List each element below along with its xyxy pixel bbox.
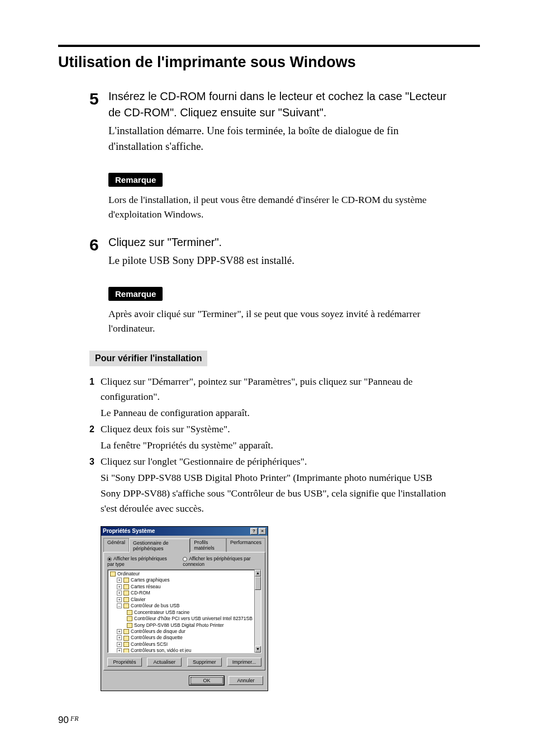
remove-button[interactable]: Supprimer xyxy=(187,658,222,667)
step-number: 6 xyxy=(89,234,108,268)
tree-label: Concentrateur USB racine xyxy=(134,609,189,615)
page-lang: FR xyxy=(70,715,79,722)
refresh-button[interactable]: Actualiser xyxy=(147,658,182,667)
step-body: Cliquez sur "Terminer". Le pilote USB So… xyxy=(108,234,452,268)
tree-node-child[interactable]: Contrôleur d'hôte PCI vers USB universel… xyxy=(110,616,261,622)
tree-label: Sony DPP-SV88 USB Digital Photo Printer xyxy=(134,622,224,628)
scrollbar[interactable]: ▲ ▼ xyxy=(254,570,261,653)
verify-section: Pour vérifier l'installation 1 Cliquez s… xyxy=(89,351,452,691)
expand-icon[interactable]: + xyxy=(117,648,122,653)
tree-node[interactable]: +Cartes réseau xyxy=(110,584,261,590)
tree-label: Contrôleur d'hôte PCI vers USB universel… xyxy=(134,616,253,621)
tree-node[interactable]: +CD-ROM xyxy=(110,590,261,596)
expand-icon[interactable]: + xyxy=(117,578,122,583)
tree-label: Contrôleurs de disquette xyxy=(131,635,183,640)
tree-node[interactable]: +Contrôleurs de disque dur xyxy=(110,629,261,635)
page-footer: 90FR xyxy=(58,715,79,726)
tree-node[interactable]: +Contrôleurs SCSI xyxy=(110,641,261,648)
tree-node[interactable]: +Clavier xyxy=(110,597,261,603)
verify-item-body: Cliquez sur "Démarrer", pointez sur "Par… xyxy=(101,374,452,420)
device-icon xyxy=(123,597,129,602)
dialog-tabs: Général Gestionnaire de périphériques Pr… xyxy=(101,536,268,552)
expand-icon[interactable]: + xyxy=(117,635,122,640)
help-icon[interactable]: ? xyxy=(250,528,258,535)
verify-item-body: Cliquez deux fois sur "Système". La fenê… xyxy=(101,422,452,453)
tree-label: Contrôleurs de disque dur xyxy=(131,629,185,634)
verify-item-num: 2 xyxy=(89,422,101,453)
step-followup: L'installation démarre. Une fois terminé… xyxy=(108,123,452,154)
close-icon[interactable]: × xyxy=(259,528,266,535)
verify-item-sub: Si "Sony DPP-SV88 USB Digital Photo Prin… xyxy=(101,470,452,516)
step-followup: Le pilote USB Sony DPP-SV88 est installé… xyxy=(108,253,452,268)
tree-label: Cartes graphiques xyxy=(131,577,169,583)
step-instruction: Cliquez sur "Terminer". xyxy=(108,234,452,251)
note-text: Lors de l'installation, il peut vous êtr… xyxy=(108,192,452,222)
dialog-ok-row: OK Annuler xyxy=(101,673,268,691)
tree-node-usb[interactable]: –Contrôleur de bus USB xyxy=(110,603,261,609)
verify-item-sub: Le Panneau de configuration apparaît. xyxy=(101,405,452,420)
tree-node-root[interactable]: Ordinateur xyxy=(110,571,261,577)
device-icon xyxy=(123,636,129,641)
scroll-up-icon[interactable]: ▲ xyxy=(255,570,261,577)
tree-label: Cartes réseau xyxy=(131,584,160,589)
page-number: 90 xyxy=(58,715,69,725)
tab-general[interactable]: Général xyxy=(103,538,129,552)
verify-item: 2 Cliquez deux fois sur "Système". La fe… xyxy=(89,422,452,453)
usb-icon xyxy=(127,616,132,621)
verify-item-text: Cliquez sur l'onglet "Gestionnaire de pé… xyxy=(101,454,452,469)
note-label: Remarque xyxy=(108,287,163,301)
usb-icon xyxy=(123,603,129,608)
view-radios: Afficher les périphériques par type Affi… xyxy=(107,556,261,567)
content-block: 5 Insérez le CD-ROM fourni dans le lecte… xyxy=(89,88,452,691)
system-properties-dialog: Propriétés Système ? × Général Gestionna… xyxy=(101,526,268,691)
tree-node[interactable]: +Contrôleurs son, vidéo et jeu xyxy=(110,648,261,653)
computer-icon xyxy=(110,571,116,577)
dialog-panel: Afficher les périphériques par type Affi… xyxy=(103,552,265,670)
step-body: Insérez le CD-ROM fourni dans le lecteur… xyxy=(108,88,452,154)
properties-button[interactable]: Propriétés xyxy=(107,658,142,667)
note-label: Remarque xyxy=(108,173,163,187)
device-tree[interactable]: Ordinateur +Cartes graphiques +Cartes ré… xyxy=(107,569,261,653)
device-icon xyxy=(123,642,129,647)
tree-label: Ordinateur xyxy=(117,571,140,577)
tab-performances[interactable]: Performances xyxy=(226,538,265,552)
expand-icon[interactable]: + xyxy=(117,642,122,647)
note-text: Après avoir cliqué sur "Terminer", il se… xyxy=(108,306,452,336)
expand-icon[interactable]: + xyxy=(117,590,122,596)
device-icon xyxy=(123,578,129,583)
device-icon xyxy=(123,649,129,653)
expand-icon[interactable]: + xyxy=(117,584,122,589)
tree-node[interactable]: +Contrôleurs de disquette xyxy=(110,635,261,641)
expand-icon[interactable]: + xyxy=(117,629,122,634)
cancel-button[interactable]: Annuler xyxy=(229,676,263,685)
tree-label: Clavier xyxy=(131,597,145,602)
tab-profiles[interactable]: Profils matériels xyxy=(190,538,226,552)
verify-item: 3 Cliquez sur l'onglet "Gestionnaire de … xyxy=(89,454,452,516)
verify-item-num: 3 xyxy=(89,454,101,516)
usb-icon xyxy=(127,610,132,615)
verify-item-num: 1 xyxy=(89,374,101,420)
scroll-thumb[interactable] xyxy=(255,577,261,590)
ok-button[interactable]: OK xyxy=(189,676,224,685)
tree-label: CD-ROM xyxy=(131,590,150,596)
scroll-down-icon[interactable]: ▼ xyxy=(255,646,261,653)
verify-item: 1 Cliquez sur "Démarrer", pointez sur "P… xyxy=(89,374,452,420)
step-number: 5 xyxy=(89,88,108,154)
tree-label: Contrôleurs son, vidéo et jeu xyxy=(131,648,191,653)
tab-device-manager[interactable]: Gestionnaire de périphériques xyxy=(129,538,190,552)
expand-icon[interactable]: + xyxy=(117,597,122,602)
radio-by-type[interactable]: Afficher les périphériques par type xyxy=(107,556,175,567)
tree-node-sony-printer[interactable]: Sony DPP-SV88 USB Digital Photo Printer xyxy=(110,622,261,629)
collapse-icon[interactable]: – xyxy=(117,603,122,608)
verify-item-text: Cliquez deux fois sur "Système". xyxy=(101,422,452,437)
radio-label: Afficher les périphériques par type xyxy=(107,556,167,567)
tree-node[interactable]: +Cartes graphiques xyxy=(110,577,261,583)
radio-by-connection[interactable]: Afficher les périphériques par connexion xyxy=(183,556,261,567)
verify-item-sub: La fenêtre "Propriétés du système" appar… xyxy=(101,438,452,453)
tree-node-child[interactable]: Concentrateur USB racine xyxy=(110,609,261,616)
dialog-titlebar: Propriétés Système ? × xyxy=(101,527,268,536)
usb-icon xyxy=(127,623,132,628)
top-rule xyxy=(58,45,480,47)
dialog-title: Propriétés Système xyxy=(103,528,155,534)
print-button[interactable]: Imprimer... xyxy=(227,658,261,667)
